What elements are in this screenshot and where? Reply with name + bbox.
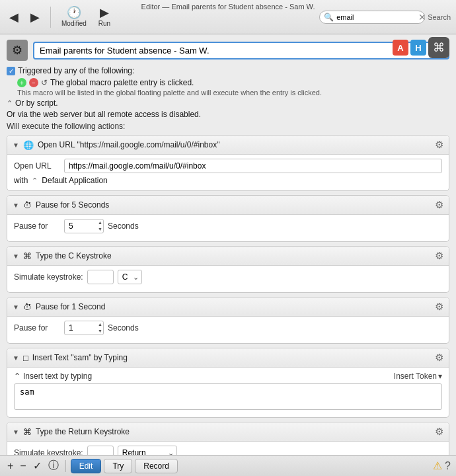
add-action-button[interactable]: + <box>5 459 15 473</box>
back-icon: ◀ <box>9 11 19 23</box>
keystroke-c-modifier[interactable] <box>87 270 114 284</box>
badges-area: A H ⌘ <box>393 37 449 58</box>
simulate-return-label: Simulate keystroke: <box>14 448 83 455</box>
action-insert-sam-1-collapse[interactable]: ▼ <box>13 354 19 362</box>
or-webserver-row: Or via the web server but all remote acc… <box>7 110 449 119</box>
pause-1-stepper: ▲ ▼ <box>64 321 104 335</box>
macro-name-input[interactable] <box>33 42 449 60</box>
open-url-input[interactable] <box>64 159 442 173</box>
insert-sam-1-subrow: ⌃ Insert text by typing Insert Token ▾ <box>14 372 442 381</box>
search-input[interactable] <box>336 13 416 21</box>
toolbar-left: ◀ ▶ 🕐 Modified ▶ Run <box>5 5 114 28</box>
run-icon: ▶ <box>100 7 109 19</box>
action-insert-sam-1-title: Insert Text "sam" by Typing <box>32 353 431 362</box>
action-pause-5-header: ▼ ⏱ Pause for 5 Seconds ⚙ <box>7 196 449 215</box>
try-button[interactable]: Try <box>104 459 132 473</box>
info-button[interactable]: ⓘ <box>46 457 61 474</box>
action-keystroke-c-title: Type the C Keystroke <box>36 251 431 260</box>
bottom-separator <box>65 460 66 472</box>
insert-token-button[interactable]: Insert Token ▾ <box>394 372 442 381</box>
trigger-entry-text: The global macro palette entry is clicke… <box>50 78 194 87</box>
action-pause-1-title: Pause for 1 Second <box>36 302 431 311</box>
pause-5-label: Pause for <box>14 221 60 231</box>
main-content: ⚙ ✓ Triggered by any of the following: +… <box>0 34 456 455</box>
open-url-label: Open URL <box>14 161 60 171</box>
edit-button[interactable]: Edit <box>71 459 102 473</box>
trigger-remove-icon[interactable]: − <box>29 78 38 87</box>
action-open-url: ▼ 🌐 Open URL "https://mail.google.com/ma… <box>7 135 449 191</box>
action-pause-1-collapse[interactable]: ▼ <box>13 303 19 311</box>
back-button[interactable]: ◀ <box>5 10 22 24</box>
pause-5-stepper: ▲ ▼ <box>64 219 104 233</box>
pause-5-icon: ⏱ <box>23 200 32 210</box>
modified-button[interactable]: 🕐 Modified <box>57 5 91 28</box>
will-execute-text: Will execute the following actions: <box>7 122 449 131</box>
return-field-row: Simulate keystroke: Return <box>14 446 442 455</box>
action-pause-5-title: Pause for 5 Seconds <box>36 200 431 210</box>
pause-5-down[interactable]: ▼ <box>98 226 102 233</box>
action-return-collapse[interactable]: ▼ <box>13 428 19 436</box>
pause-1-unit: Seconds <box>108 323 139 333</box>
return-modifier[interactable] <box>87 446 114 455</box>
macro-name-row: ⚙ <box>7 40 449 61</box>
action-return-gear[interactable]: ⚙ <box>435 426 443 438</box>
or-webserver-text: Or via the web server but all remote acc… <box>7 110 201 119</box>
clock-icon: 🕐 <box>67 7 81 19</box>
url-icon: 🌐 <box>23 140 34 150</box>
bottom-bar: + − ✓ ⓘ Edit Try Record ⚠ ? <box>0 455 456 476</box>
action-pause-5-gear[interactable]: ⚙ <box>435 199 443 211</box>
action-open-url-gear[interactable]: ⚙ <box>435 139 443 151</box>
action-pause-1: ▼ ⏱ Pause for 1 Second ⚙ Pause for ▲ ▼ S… <box>7 297 449 344</box>
pause-5-arrows: ▲ ▼ <box>98 219 102 233</box>
action-keystroke-c-header: ▼ ⌘ Type the C Keystroke ⚙ <box>7 247 449 266</box>
keystroke-c-select-wrap: C <box>118 270 142 284</box>
open-url-with-row: with ⌃ Default Application <box>14 176 442 185</box>
record-button[interactable]: Record <box>135 459 178 473</box>
insert-sam-1-textarea[interactable]: sam <box>14 383 442 410</box>
action-return-body: Simulate keystroke: Return <box>7 442 449 455</box>
search-clear-button[interactable]: ✕ <box>418 13 426 22</box>
run-label: Run <box>98 20 110 27</box>
action-insert-sam-1-gear[interactable]: ⚙ <box>435 352 443 364</box>
action-pause-5-body: Pause for ▲ ▼ Seconds <box>7 215 449 241</box>
check-button[interactable]: ✓ <box>31 458 44 473</box>
search-icon: 🔍 <box>324 13 334 22</box>
pause-1-field-row: Pause for ▲ ▼ Seconds <box>14 321 442 335</box>
badge-km: ⌘ <box>428 37 449 58</box>
action-keystroke-c: ▼ ⌘ Type the C Keystroke ⚙ Simulate keys… <box>7 246 449 293</box>
forward-button[interactable]: ▶ <box>26 10 44 24</box>
trigger-add-icon[interactable]: + <box>17 78 26 87</box>
with-icon: ⌃ <box>32 177 38 185</box>
badge-h: H <box>410 40 426 56</box>
badge-a: A <box>393 40 408 56</box>
action-keystroke-c-gear[interactable]: ⚙ <box>435 250 443 262</box>
return-select[interactable]: Return <box>118 446 177 455</box>
window-title: Editor — Email parents for Student absen… <box>141 3 315 11</box>
remove-action-button[interactable]: − <box>18 459 28 473</box>
help-icon: ? <box>445 460 451 471</box>
keystroke-c-select[interactable]: C <box>118 270 142 284</box>
trigger-checkbox[interactable]: ✓ <box>7 67 15 75</box>
action-pause-1-body: Pause for ▲ ▼ Seconds <box>7 317 449 343</box>
action-open-url-header: ▼ 🌐 Open URL "https://mail.google.com/ma… <box>7 136 449 155</box>
help-button[interactable]: ? <box>445 460 451 472</box>
trigger-header: ✓ Triggered by any of the following: <box>7 66 449 75</box>
return-select-wrap: Return <box>118 446 177 455</box>
pause-1-up[interactable]: ▲ <box>98 321 102 328</box>
trigger-desc: This macro will be listed in the global … <box>17 89 449 97</box>
action-pause-1-gear[interactable]: ⚙ <box>435 301 443 313</box>
pause-5-up[interactable]: ▲ <box>98 219 102 226</box>
action-insert-sam-1-body: ⌃ Insert text by typing Insert Token ▾ s… <box>7 368 449 417</box>
simulate-c-label: Simulate keystroke: <box>14 272 83 282</box>
check-icon: ✓ <box>33 459 42 472</box>
run-button[interactable]: ▶ Run <box>95 5 114 28</box>
action-open-url-collapse[interactable]: ▼ <box>13 141 19 149</box>
pause-1-icon: ⏱ <box>23 302 32 312</box>
forward-icon: ▶ <box>30 11 40 23</box>
pause-1-down[interactable]: ▼ <box>98 328 102 335</box>
action-keystroke-c-collapse[interactable]: ▼ <box>13 253 19 260</box>
trigger-entry-row: + − ↺ The global macro palette entry is … <box>17 78 449 87</box>
action-keystroke-c-body: Simulate keystroke: C <box>7 266 449 292</box>
action-pause-5-collapse[interactable]: ▼ <box>13 202 19 209</box>
pause-5-unit: Seconds <box>108 221 139 231</box>
